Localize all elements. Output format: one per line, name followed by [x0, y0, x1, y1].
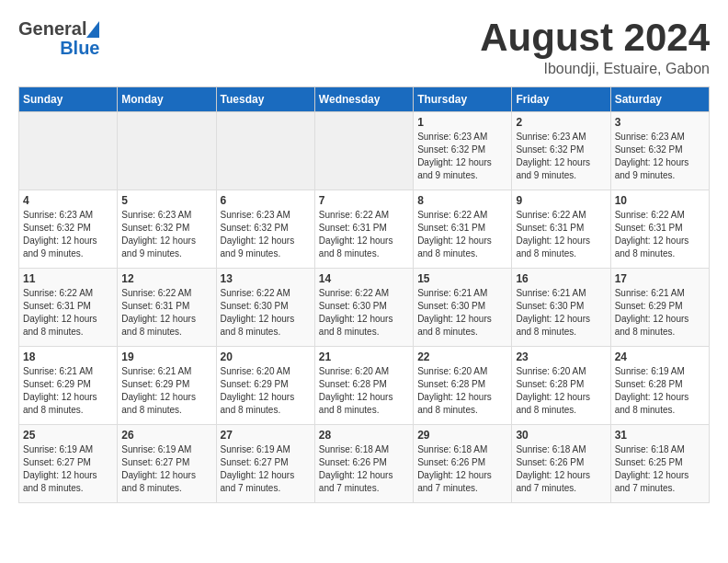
day-number: 3	[615, 116, 705, 129]
title-area: August 2024 Iboundji, Estuaire, Gabon	[480, 18, 710, 77]
day-info: Sunrise: 6:20 AM Sunset: 6:29 PM Dayligh…	[221, 365, 311, 417]
day-info: Sunrise: 6:21 AM Sunset: 6:29 PM Dayligh…	[121, 365, 211, 417]
day-number: 17	[615, 272, 705, 285]
calendar-cell	[118, 112, 216, 190]
calendar-week-5: 25Sunrise: 6:19 AM Sunset: 6:27 PM Dayli…	[19, 425, 710, 503]
day-header-sunday: Sunday	[19, 87, 118, 112]
calendar-cell: 2Sunrise: 6:23 AM Sunset: 6:32 PM Daylig…	[512, 112, 610, 190]
day-info: Sunrise: 6:23 AM Sunset: 6:32 PM Dayligh…	[615, 131, 705, 182]
day-info: Sunrise: 6:22 AM Sunset: 6:31 PM Dayligh…	[121, 287, 211, 339]
day-header-friday: Friday	[512, 87, 610, 112]
logo-arrow-icon	[86, 21, 99, 38]
day-info: Sunrise: 6:23 AM Sunset: 6:32 PM Dayligh…	[221, 209, 311, 260]
day-number: 22	[417, 350, 507, 363]
calendar-cell: 23Sunrise: 6:20 AM Sunset: 6:28 PM Dayli…	[512, 347, 610, 425]
day-info: Sunrise: 6:18 AM Sunset: 6:26 PM Dayligh…	[319, 443, 409, 495]
calendar-cell: 3Sunrise: 6:23 AM Sunset: 6:32 PM Daylig…	[610, 112, 709, 190]
day-number: 7	[319, 194, 409, 207]
day-number: 8	[417, 194, 507, 207]
day-number: 13	[221, 272, 311, 285]
day-info: Sunrise: 6:21 AM Sunset: 6:30 PM Dayligh…	[516, 287, 606, 339]
day-number: 27	[221, 429, 311, 442]
calendar-cell: 25Sunrise: 6:19 AM Sunset: 6:27 PM Dayli…	[19, 425, 118, 503]
header-row: SundayMondayTuesdayWednesdayThursdayFrid…	[19, 87, 710, 112]
day-info: Sunrise: 6:19 AM Sunset: 6:27 PM Dayligh…	[121, 443, 211, 495]
day-info: Sunrise: 6:18 AM Sunset: 6:26 PM Dayligh…	[516, 443, 606, 495]
day-number: 18	[23, 350, 113, 363]
page-header: General Blue August 2024 Iboundji, Estua…	[18, 18, 710, 77]
day-number: 21	[319, 350, 409, 363]
calendar-week-3: 11Sunrise: 6:22 AM Sunset: 6:31 PM Dayli…	[19, 269, 710, 347]
day-info: Sunrise: 6:20 AM Sunset: 6:28 PM Dayligh…	[516, 365, 606, 417]
calendar-cell: 28Sunrise: 6:18 AM Sunset: 6:26 PM Dayli…	[314, 425, 413, 503]
day-info: Sunrise: 6:20 AM Sunset: 6:28 PM Dayligh…	[319, 365, 409, 417]
calendar-cell: 1Sunrise: 6:23 AM Sunset: 6:32 PM Daylig…	[414, 112, 512, 190]
day-number: 11	[23, 272, 113, 285]
day-info: Sunrise: 6:21 AM Sunset: 6:29 PM Dayligh…	[615, 287, 705, 339]
calendar-table: SundayMondayTuesdayWednesdayThursdayFrid…	[18, 86, 710, 503]
calendar-cell: 6Sunrise: 6:23 AM Sunset: 6:32 PM Daylig…	[216, 190, 314, 269]
day-number: 31	[615, 429, 705, 442]
day-info: Sunrise: 6:19 AM Sunset: 6:27 PM Dayligh…	[23, 443, 113, 495]
calendar-cell: 26Sunrise: 6:19 AM Sunset: 6:27 PM Dayli…	[118, 425, 216, 503]
calendar-cell: 5Sunrise: 6:23 AM Sunset: 6:32 PM Daylig…	[118, 190, 216, 269]
calendar-cell: 9Sunrise: 6:22 AM Sunset: 6:31 PM Daylig…	[512, 190, 610, 269]
calendar-cell: 7Sunrise: 6:22 AM Sunset: 6:31 PM Daylig…	[314, 190, 413, 269]
logo-blue-text: Blue	[60, 38, 99, 59]
day-info: Sunrise: 6:18 AM Sunset: 6:25 PM Dayligh…	[615, 443, 705, 495]
day-number: 20	[221, 350, 311, 363]
day-number: 9	[516, 194, 606, 207]
day-number: 25	[23, 429, 113, 442]
calendar-cell: 30Sunrise: 6:18 AM Sunset: 6:26 PM Dayli…	[512, 425, 610, 503]
day-number: 14	[319, 272, 409, 285]
logo-general-text: General	[18, 18, 86, 40]
day-info: Sunrise: 6:22 AM Sunset: 6:30 PM Dayligh…	[221, 287, 311, 339]
calendar-cell: 17Sunrise: 6:21 AM Sunset: 6:29 PM Dayli…	[610, 269, 709, 347]
calendar-body: 1Sunrise: 6:23 AM Sunset: 6:32 PM Daylig…	[19, 112, 710, 503]
day-info: Sunrise: 6:21 AM Sunset: 6:29 PM Dayligh…	[23, 365, 113, 417]
calendar-week-1: 1Sunrise: 6:23 AM Sunset: 6:32 PM Daylig…	[19, 112, 710, 190]
day-info: Sunrise: 6:23 AM Sunset: 6:32 PM Dayligh…	[516, 131, 606, 182]
day-info: Sunrise: 6:23 AM Sunset: 6:32 PM Dayligh…	[121, 209, 211, 260]
calendar-cell: 24Sunrise: 6:19 AM Sunset: 6:28 PM Dayli…	[610, 347, 709, 425]
day-number: 1	[417, 116, 507, 129]
day-number: 16	[516, 272, 606, 285]
day-info: Sunrise: 6:18 AM Sunset: 6:26 PM Dayligh…	[417, 443, 507, 495]
subtitle: Iboundji, Estuaire, Gabon	[480, 61, 710, 77]
day-info: Sunrise: 6:22 AM Sunset: 6:31 PM Dayligh…	[417, 209, 507, 260]
calendar-cell: 21Sunrise: 6:20 AM Sunset: 6:28 PM Dayli…	[314, 347, 413, 425]
calendar-cell: 10Sunrise: 6:22 AM Sunset: 6:31 PM Dayli…	[610, 190, 709, 269]
day-info: Sunrise: 6:19 AM Sunset: 6:27 PM Dayligh…	[221, 443, 311, 495]
day-info: Sunrise: 6:20 AM Sunset: 6:28 PM Dayligh…	[417, 365, 507, 417]
calendar-cell: 13Sunrise: 6:22 AM Sunset: 6:30 PM Dayli…	[216, 269, 314, 347]
day-number: 23	[516, 350, 606, 363]
day-info: Sunrise: 6:19 AM Sunset: 6:28 PM Dayligh…	[615, 365, 705, 417]
calendar-header: SundayMondayTuesdayWednesdayThursdayFrid…	[19, 87, 710, 112]
calendar-cell: 20Sunrise: 6:20 AM Sunset: 6:29 PM Dayli…	[216, 347, 314, 425]
calendar-cell: 15Sunrise: 6:21 AM Sunset: 6:30 PM Dayli…	[414, 269, 512, 347]
day-header-thursday: Thursday	[414, 87, 512, 112]
calendar-cell: 4Sunrise: 6:23 AM Sunset: 6:32 PM Daylig…	[19, 190, 118, 269]
day-info: Sunrise: 6:22 AM Sunset: 6:30 PM Dayligh…	[319, 287, 409, 339]
day-number: 19	[121, 350, 211, 363]
calendar-cell: 18Sunrise: 6:21 AM Sunset: 6:29 PM Dayli…	[19, 347, 118, 425]
day-number: 29	[417, 429, 507, 442]
day-number: 24	[615, 350, 705, 363]
calendar-cell: 14Sunrise: 6:22 AM Sunset: 6:30 PM Dayli…	[314, 269, 413, 347]
calendar-cell: 27Sunrise: 6:19 AM Sunset: 6:27 PM Dayli…	[216, 425, 314, 503]
day-number: 10	[615, 194, 705, 207]
day-info: Sunrise: 6:22 AM Sunset: 6:31 PM Dayligh…	[615, 209, 705, 260]
calendar-cell: 16Sunrise: 6:21 AM Sunset: 6:30 PM Dayli…	[512, 269, 610, 347]
calendar-cell: 19Sunrise: 6:21 AM Sunset: 6:29 PM Dayli…	[118, 347, 216, 425]
day-info: Sunrise: 6:23 AM Sunset: 6:32 PM Dayligh…	[23, 209, 113, 260]
calendar-week-2: 4Sunrise: 6:23 AM Sunset: 6:32 PM Daylig…	[19, 190, 710, 269]
calendar-cell	[19, 112, 118, 190]
day-header-tuesday: Tuesday	[216, 87, 314, 112]
day-info: Sunrise: 6:22 AM Sunset: 6:31 PM Dayligh…	[516, 209, 606, 260]
calendar-cell: 12Sunrise: 6:22 AM Sunset: 6:31 PM Dayli…	[118, 269, 216, 347]
day-number: 5	[121, 194, 211, 207]
calendar-cell: 11Sunrise: 6:22 AM Sunset: 6:31 PM Dayli…	[19, 269, 118, 347]
day-number: 15	[417, 272, 507, 285]
day-number: 6	[221, 194, 311, 207]
day-header-monday: Monday	[118, 87, 216, 112]
